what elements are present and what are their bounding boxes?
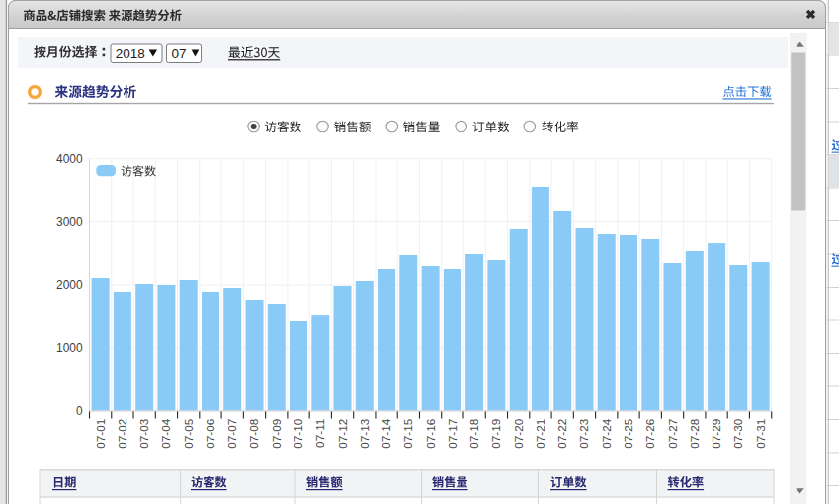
svg-text:07-20: 07-20 xyxy=(512,418,526,449)
svg-text:1000: 1000 xyxy=(56,341,83,355)
svg-text:07-09: 07-09 xyxy=(270,419,284,449)
svg-text:07-14: 07-14 xyxy=(379,418,393,449)
svg-text:07-16: 07-16 xyxy=(424,418,438,449)
svg-text:07-10: 07-10 xyxy=(292,418,305,449)
svg-text:07-19: 07-19 xyxy=(489,419,503,449)
svg-text:07-25: 07-25 xyxy=(622,418,635,449)
svg-text:07-08: 07-08 xyxy=(247,418,261,449)
svg-text:07: 07 xyxy=(171,46,186,61)
svg-text:07-03: 07-03 xyxy=(137,418,151,449)
svg-text:07-17: 07-17 xyxy=(446,419,460,449)
svg-text:07-24: 07-24 xyxy=(600,418,614,449)
svg-text:07-31: 07-31 xyxy=(754,419,768,449)
svg-text:07-26: 07-26 xyxy=(643,418,657,449)
svg-text:2000: 2000 xyxy=(56,278,83,292)
svg-text:07-27: 07-27 xyxy=(666,419,680,449)
svg-text:07-18: 07-18 xyxy=(467,418,481,449)
svg-text:07-15: 07-15 xyxy=(401,418,415,449)
svg-text:07-05: 07-05 xyxy=(182,418,196,449)
svg-text:4000: 4000 xyxy=(56,152,83,166)
svg-text:07-23: 07-23 xyxy=(577,418,591,449)
svg-text:07-06: 07-06 xyxy=(204,418,217,449)
svg-text:07-28: 07-28 xyxy=(688,418,702,449)
svg-text:07-30: 07-30 xyxy=(731,418,745,449)
svg-text:07-01: 07-01 xyxy=(94,419,108,449)
svg-text:07-29: 07-29 xyxy=(710,419,723,449)
svg-text:07-02: 07-02 xyxy=(116,419,129,449)
svg-text:07-12: 07-12 xyxy=(336,419,350,449)
svg-text:07-04: 07-04 xyxy=(159,418,173,449)
svg-text:0: 0 xyxy=(76,404,83,418)
svg-text:07-11: 07-11 xyxy=(313,419,327,448)
svg-text:3000: 3000 xyxy=(56,215,83,229)
svg-text:07-22: 07-22 xyxy=(555,419,569,449)
svg-text:2018: 2018 xyxy=(116,46,145,61)
svg-text:07-13: 07-13 xyxy=(358,418,372,449)
svg-text:07-21: 07-21 xyxy=(534,419,547,449)
svg-text:07-07: 07-07 xyxy=(225,419,239,449)
